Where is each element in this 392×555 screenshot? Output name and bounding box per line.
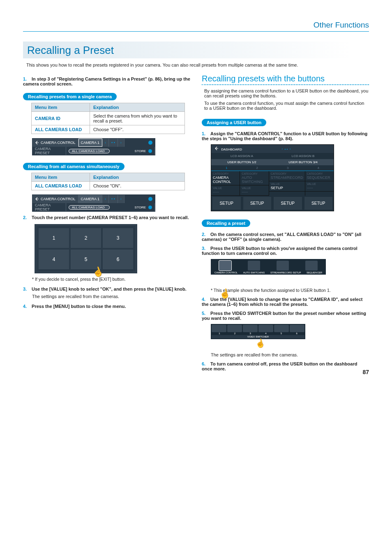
subsection-title: Recalling presets with the buttons xyxy=(202,74,369,83)
preset-button[interactable]: 6 xyxy=(103,250,133,269)
prev-arrow-icon[interactable]: ‹ xyxy=(102,139,109,147)
step-text: Assign the "CAMERA CONTROL" function to … xyxy=(202,131,367,141)
step-text: In step 3 of "Registering Camera Setting… xyxy=(23,76,190,86)
tab-user-button-34[interactable]: USER BUTTON 3/4 xyxy=(272,159,334,165)
step-sub-text: The settings are recalled from the camer… xyxy=(211,352,369,357)
value-field[interactable]: SETUP xyxy=(271,186,303,190)
intro-text: This shows you how to recall the presets… xyxy=(26,62,366,67)
pill-single-camera: Recalling presets from a single camera xyxy=(23,93,117,100)
all-cameras-load-toggle[interactable]: ALL CAMERAS LOAD xyxy=(69,205,110,210)
left-step-2: 2. Touch the preset number (CAMERA PRESE… xyxy=(23,215,190,220)
col-num: 2 xyxy=(242,165,273,171)
category-value[interactable]: AUTO SWITCHING xyxy=(242,176,267,184)
back-button[interactable]: DASHBOARD xyxy=(211,146,245,151)
setup-button[interactable]: SETUP xyxy=(274,197,302,210)
step-number: 1. xyxy=(202,131,209,136)
back-arrow-icon xyxy=(214,146,219,150)
value-field[interactable]: ----- xyxy=(307,186,332,190)
setup-button[interactable]: SETUP xyxy=(212,197,241,210)
store-button[interactable]: STORE xyxy=(132,203,155,211)
back-button[interactable]: CAMERA CONTROL xyxy=(32,195,78,203)
col-num: 3 xyxy=(272,165,303,171)
step-text: Press the VIDEO SWITCHER button for the … xyxy=(202,311,366,321)
all-cameras-load-toggle[interactable]: ALL CAMERAS LOAD xyxy=(69,149,110,153)
next-arrow-icon[interactable]: › xyxy=(118,139,125,147)
category-value[interactable]: SEQUENCER xyxy=(307,176,332,180)
setup-button[interactable]: SETUP xyxy=(304,197,333,210)
table-row: CAMERA ID Select the camera from which y… xyxy=(32,112,185,125)
dashboard-screenshot: DASHBOARD ‹ • • › LCD ASSIGN A LCD ASSIG… xyxy=(211,144,334,211)
th-explanation: Explanation xyxy=(90,103,185,112)
value-field[interactable]: ----- xyxy=(213,190,238,194)
status-dot-icon xyxy=(148,141,152,145)
table-all-cameras: Menu item Explanation ALL CAMERAS LOAD C… xyxy=(31,173,185,190)
th-explanation: Explanation xyxy=(90,173,185,182)
step-text: Use the [VALUE] knob to select "OK", and… xyxy=(32,287,187,291)
left-step-4: 4. Press the [MENU] button to close the … xyxy=(23,304,190,309)
th-menu: Menu item xyxy=(32,173,90,182)
step-number: 4. xyxy=(202,297,209,302)
prev-arrow-icon[interactable]: ‹ xyxy=(102,195,109,203)
back-button[interactable]: CAMERA CONTROL xyxy=(32,139,78,147)
cell-key: ALL CAMERAS LOAD xyxy=(32,182,90,190)
camera-control-bar: CAMERA CONTROL CAMERA 1 ‹ • • › CAMERA P… xyxy=(32,194,155,212)
back-arrow-icon xyxy=(35,141,39,145)
vs-num: 4 xyxy=(258,332,274,335)
camera-preset-label: CAMERA PRESET xyxy=(32,147,66,155)
vs-button[interactable] xyxy=(227,325,242,332)
preset-button[interactable]: 4 xyxy=(39,250,69,269)
tab-user-button-12[interactable]: USER BUTTON 1/2 xyxy=(211,159,272,165)
preset-button[interactable]: 3 xyxy=(103,228,133,248)
cell-val: Choose "OFF". xyxy=(90,125,185,134)
step-text: Press the [MENU] button to close the men… xyxy=(32,304,126,309)
back-arrow-icon xyxy=(35,197,39,201)
store-dot-icon xyxy=(148,206,152,209)
step-number: 5. xyxy=(202,311,209,316)
left-column: 1. In step 3 of "Registering Camera Sett… xyxy=(23,74,190,374)
lcd-assign-a-label: LCD ASSIGN A xyxy=(211,153,272,159)
user-button-2[interactable] xyxy=(248,261,260,271)
preset-button[interactable]: 2 xyxy=(71,228,101,248)
video-switcher-row: 1 2 3 4 5 6 VIDEO SWITCHER xyxy=(211,324,305,339)
category-value[interactable]: CAMERA CONTROL xyxy=(213,176,238,184)
user-button-1[interactable] xyxy=(219,261,231,271)
vs-button[interactable] xyxy=(290,325,304,332)
setup-button[interactable]: SETUP xyxy=(243,197,272,210)
right-column: Recalling presets with the buttons By as… xyxy=(202,74,369,374)
page-nav[interactable]: ‹ • • › xyxy=(278,147,294,151)
vs-label: VIDEO SWITCHER xyxy=(212,335,304,338)
vs-num: 1 xyxy=(212,332,227,335)
ub-label: STREAM/RECORD SETUP xyxy=(270,271,301,274)
camera-id-display[interactable]: CAMERA 1 xyxy=(78,195,103,203)
preset-button[interactable]: 1 xyxy=(39,228,69,248)
next-arrow-icon[interactable]: › xyxy=(118,195,125,203)
right-step-6: 6. To turn camera control off, press the… xyxy=(202,361,369,371)
step-text: Press the USER button to which you've as… xyxy=(202,246,357,256)
col-num: 1 xyxy=(211,165,242,171)
cell-val: Choose "ON". xyxy=(90,182,185,190)
left-step-1: 1. In step 3 of "Registering Camera Sett… xyxy=(23,76,190,86)
camera-id-display[interactable]: CAMERA 1 xyxy=(78,139,103,147)
value-field[interactable]: ----- xyxy=(242,190,267,194)
step-text: To turn camera control off, press the US… xyxy=(202,361,357,371)
user-button-4[interactable] xyxy=(305,261,318,271)
right-step-1: 1. Assign the "CAMERA CONTROL" function … xyxy=(202,131,369,141)
vs-button[interactable] xyxy=(258,325,273,332)
vs-num: 2 xyxy=(227,332,243,335)
vs-num: 3 xyxy=(242,332,258,335)
user-button-3[interactable] xyxy=(277,261,289,271)
cancel-note: * If you decide to cancel, press the [EX… xyxy=(32,277,190,282)
vs-button[interactable] xyxy=(243,325,258,332)
store-button[interactable]: STORE xyxy=(132,147,155,155)
preset-button[interactable]: 5 ☝ xyxy=(71,250,101,269)
pill-all-cameras: Recalling from all cameras simultaneousl… xyxy=(23,163,125,170)
step-number: 2. xyxy=(202,232,209,237)
pill-assigning: Assigning a USER button xyxy=(202,119,266,126)
step-number: 6. xyxy=(202,361,209,366)
vs-button[interactable] xyxy=(212,325,226,332)
category-value[interactable]: STREAM/RECORD xyxy=(271,176,303,180)
vs-button[interactable] xyxy=(274,325,289,332)
step-number: 4. xyxy=(23,304,30,309)
store-dot-icon xyxy=(148,149,152,153)
table-single-camera: Menu item Explanation CAMERA ID Select t… xyxy=(31,103,185,134)
